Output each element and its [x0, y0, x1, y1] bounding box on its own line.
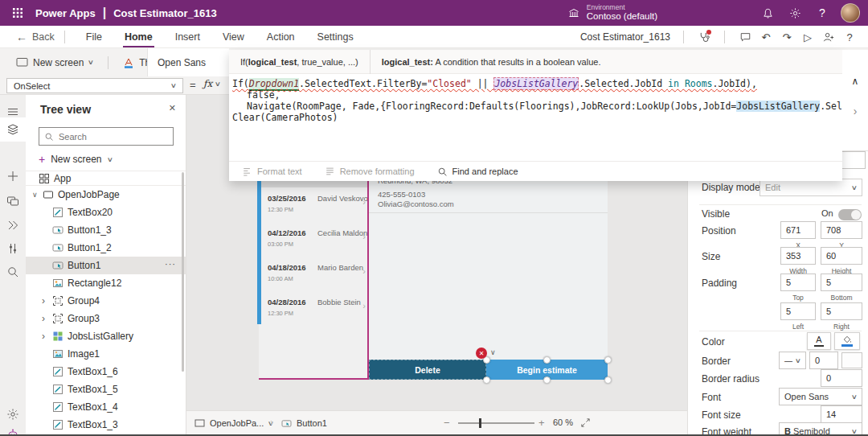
environment-switcher[interactable]: Environment Contoso (default) [567, 4, 657, 22]
padding-right-input[interactable]: 5 [821, 302, 862, 320]
gallery-item[interactable]: 04/18/2016Mario Barden10:00 AM› [261, 260, 367, 292]
tree-item-rectangle12[interactable]: Rectangle12 [26, 274, 186, 292]
zoom-out-button[interactable]: − [444, 417, 450, 429]
gallery-item[interactable]: 03/25/2016David Veskovo12:30 PM› [261, 191, 367, 223]
media-icon[interactable] [0, 237, 26, 261]
titlebar: Power Apps | Cost Estimator_1613 Environ… [0, 0, 868, 26]
formula-editor[interactable]: If(Dropdown1.SelectedText.FilterBy="Clos… [229, 74, 842, 161]
next-error-button chevron-right-icon[interactable]: › [842, 105, 868, 117]
font-size-input[interactable]: 14 [821, 405, 862, 423]
chevron-right-icon[interactable]: › [42, 331, 52, 342]
selection-handle[interactable] [604, 356, 612, 364]
redo-button[interactable]: ↷ [776, 26, 797, 48]
chevron-right-icon[interactable]: › [42, 295, 52, 306]
tree-view-icon[interactable] [0, 117, 26, 142]
close-icon[interactable]: ✕ [169, 103, 176, 113]
border-color-swatch[interactable] [841, 352, 862, 368]
collapse-formula-bar-button chevron-up-icon[interactable]: ∧ [842, 76, 868, 87]
find-and-replace-button[interactable]: Find and replace [437, 167, 518, 177]
tree-item-textbox1_5[interactable]: TextBox1_5 [26, 380, 186, 398]
notifications-button[interactable] [754, 0, 781, 26]
visible-toggle[interactable] [838, 209, 862, 220]
tree-item-button1_2[interactable]: Button1_2 [26, 239, 186, 257]
menu-item-insert[interactable]: Insert [164, 26, 211, 48]
menu-item-action[interactable]: Action [256, 26, 306, 48]
selection-handle[interactable] [543, 356, 551, 364]
border-width-input[interactable]: 0 [809, 352, 838, 369]
menu-item-file[interactable]: File [75, 26, 113, 48]
position-y-input[interactable]: 708 [821, 221, 862, 239]
power-automate-icon[interactable] [0, 213, 26, 237]
border-style-dropdown[interactable]: — ∨ [779, 352, 806, 369]
help-menu-button[interactable]: ? [839, 26, 860, 48]
tree-item-image1[interactable]: Image1 [26, 345, 186, 363]
display-mode-dropdown[interactable]: Edit ∨ [760, 179, 862, 196]
insert-icon[interactable] [0, 164, 26, 188]
chevron-right-icon[interactable]: › [42, 313, 52, 324]
fit-to-window-button[interactable] [580, 417, 591, 428]
tree-new-screen-button[interactable]: + New screen ∨ [39, 153, 112, 166]
format-text-button[interactable]: Format text [242, 167, 302, 176]
new-screen-button[interactable]: New screen ∨ [11, 57, 98, 68]
text-color-button[interactable]: A [807, 332, 831, 350]
search-input[interactable] [59, 132, 155, 142]
back-button[interactable]: ← Back [16, 31, 55, 43]
tree-item-button1[interactable]: Button1··· [26, 257, 186, 274]
tree-item-textbox1_3[interactable]: TextBox1_3 [26, 416, 186, 434]
selection-handle[interactable] [483, 376, 490, 384]
waffle-menu-icon[interactable] [0, 0, 35, 26]
share-button[interactable] [818, 26, 839, 48]
selection-handle[interactable] [543, 376, 551, 384]
tree-item-app[interactable]: App [26, 171, 186, 186]
property-selector[interactable]: OnSelect ∨ [6, 78, 183, 93]
padding-left-input[interactable]: 5 [780, 302, 816, 320]
border-radius-input[interactable]: 0 [821, 369, 862, 387]
gallery-item[interactable]: 04/28/2016Bobbie Stein12:30 PM› [261, 294, 367, 327]
padding-bottom-input[interactable]: 5 [821, 274, 862, 291]
undo-button[interactable]: ↶ [755, 26, 776, 48]
more-options-icon[interactable]: ··· [165, 259, 176, 269]
error-badge[interactable]: ✕ [476, 348, 487, 359]
menu-item-home[interactable]: Home [113, 26, 164, 48]
tree-item-button1_3[interactable]: Button1_3 [26, 221, 186, 239]
data-icon[interactable] [0, 189, 26, 213]
fx-dropdown[interactable]: ƒx ∨ [203, 78, 220, 89]
size-width-input[interactable]: 353 [780, 247, 816, 265]
help-button[interactable]: ? [809, 0, 836, 26]
play-button[interactable]: ▷ [797, 26, 818, 48]
chevron-down-icon[interactable]: ∨ [32, 191, 43, 199]
zoom-slider-handle[interactable] [479, 418, 481, 428]
selection-handle[interactable] [604, 376, 612, 384]
tree-items: App∨OpenJobPageTextBox20Button1_3Button1… [26, 171, 186, 434]
app-checker-button[interactable] [694, 26, 714, 48]
position-x-input[interactable]: 671 [780, 221, 816, 239]
zoom-slider-track[interactable] [458, 422, 534, 424]
padding-top-input[interactable]: 5 [780, 274, 816, 291]
settings-button[interactable] [781, 0, 809, 26]
tree-item-jobslistgallery[interactable]: ›JobsListGallery [26, 327, 186, 345]
tree-item-textbox1_6[interactable]: TextBox1_6 [26, 363, 186, 380]
font-dropdown[interactable]: Open Sans ∨ [779, 388, 862, 405]
search-icon[interactable] [0, 260, 26, 284]
screen-selector[interactable]: OpenJobPa... ∨ [194, 411, 273, 435]
font-family-dropdown[interactable]: Open Sans [147, 48, 229, 76]
tree-item-textbox1_4[interactable]: TextBox1_4 [26, 398, 186, 416]
menu-item-view[interactable]: View [211, 26, 256, 48]
tree-search-box[interactable] [39, 127, 174, 146]
selected-control-breadcrumb[interactable]: Button1 [281, 411, 327, 435]
menu-item-settings[interactable]: Settings [306, 26, 365, 48]
avatar[interactable] [841, 3, 860, 23]
remove-formatting-button[interactable]: Remove formatting [325, 167, 415, 176]
zoom-in-button[interactable]: + [538, 417, 545, 429]
comments-button[interactable] [735, 26, 755, 48]
tree-item-group4[interactable]: ›Group4 [26, 292, 186, 310]
fill-color-button[interactable] [834, 332, 860, 350]
chevron-down-icon[interactable]: ∨ [490, 348, 496, 356]
gallery-item[interactable]: 04/12/2016Cecilia Maldonado03:00 PM› [261, 225, 367, 257]
tree-item-group3[interactable]: ›Group3 [26, 310, 186, 327]
tree-item-openjobpage[interactable]: ∨OpenJobPage [26, 186, 186, 204]
size-height-input[interactable]: 60 [821, 247, 862, 265]
delete-button[interactable]: Delete [369, 360, 486, 380]
tree-item-textbox20[interactable]: TextBox20 [26, 204, 186, 221]
tree-scrollbar[interactable] [182, 172, 184, 372]
